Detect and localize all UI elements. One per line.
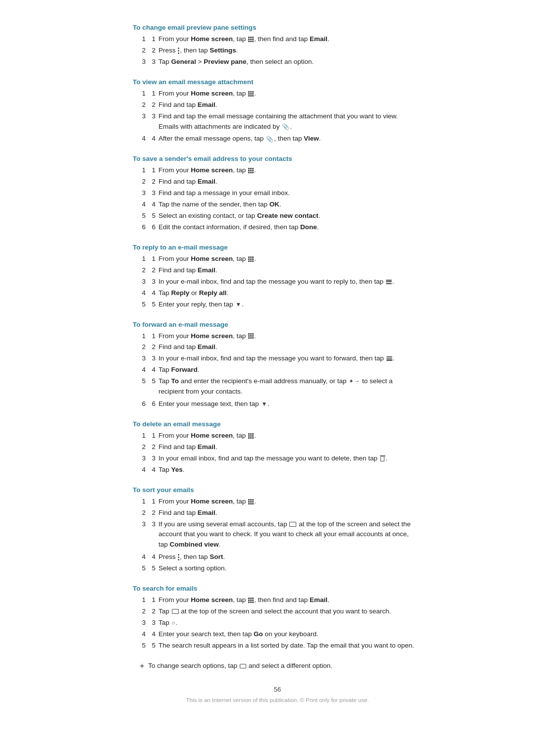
attach-icon: 📎 <box>282 122 289 132</box>
tip-text: To change search options, tap and select… <box>148 662 332 669</box>
page-number: 56 <box>139 686 416 693</box>
list-item-number: 4 <box>149 134 156 144</box>
section-title-reply-email: To reply to an e-mail message <box>133 244 416 251</box>
grid-icon <box>248 598 254 603</box>
section-forward-email: To forward an e-mail message1From your H… <box>139 321 416 409</box>
list-item-content: Tap the name of the sender, then tap OK. <box>159 200 416 210</box>
list-item: 2Find and tap Email. <box>139 342 416 353</box>
list-item: 3In your e-mail inbox, find and tap the … <box>139 353 416 364</box>
list-item-content: From your Home screen, tap . <box>159 165 416 176</box>
section-search-emails: To search for emails1From your Home scre… <box>139 585 416 651</box>
send-icon: ▼ <box>261 400 267 409</box>
list-item-number: 4 <box>149 629 156 640</box>
list-item-content: Enter your search text, then tap Go on y… <box>159 629 416 640</box>
attach-icon: 📎 <box>266 135 273 144</box>
list-item-content: Tap ○. <box>159 618 416 628</box>
list-item-content: Press , then tap Settings. <box>159 46 416 56</box>
lines-icon <box>386 280 392 284</box>
grid-icon <box>248 333 254 339</box>
list-item: 3Tap General > Preview pane, then select… <box>139 57 416 67</box>
list-item-number: 1 <box>149 431 156 441</box>
list-item-number: 3 <box>149 188 156 199</box>
list-item-number: 3 <box>149 454 156 464</box>
lines-icon <box>386 356 392 361</box>
send-icon: ▼ <box>235 300 241 309</box>
list-item: 2Press , then tap Settings. <box>139 46 416 56</box>
list-item: 4After the email message opens, tap 📎, t… <box>139 134 416 144</box>
list-item: 3If you are using several email accounts… <box>139 519 416 551</box>
list-item-content: Find and tap the email message containin… <box>159 111 416 132</box>
dots-icon <box>178 48 179 54</box>
envelope-icon <box>289 522 296 527</box>
list-item-content: Find and tap Email. <box>159 265 416 276</box>
list-item-content: From your Home screen, tap . <box>159 89 416 99</box>
list-item-number: 3 <box>149 277 156 287</box>
list-item: 3Find and tap a message in your email in… <box>139 188 416 199</box>
list-item-content: Find and tap Email. <box>159 177 416 187</box>
list-item-number: 2 <box>149 46 156 56</box>
list-item-number: 2 <box>149 442 156 453</box>
list-item: 3Find and tap the email message containi… <box>139 111 416 132</box>
list-item-number: 3 <box>149 519 156 551</box>
section-title-search-emails: To search for emails <box>133 585 416 592</box>
list-item-content: Tap Forward. <box>159 365 416 375</box>
list-item: 4Press , then tap Sort. <box>139 552 416 562</box>
list-item-number: 1 <box>149 331 156 342</box>
list-item: 2Find and tap Email. <box>139 100 416 110</box>
list-item-content: From your Home screen, tap . <box>159 254 416 264</box>
list-item-number: 5 <box>149 376 156 397</box>
grid-icon <box>248 91 254 97</box>
list-item: 3In your email inbox, find and tap the m… <box>139 454 416 464</box>
list-item-number: 6 <box>149 399 156 409</box>
list-item: 3Tap ○. <box>139 618 416 628</box>
list-item-number: 4 <box>149 200 156 210</box>
list-item-content: In your email inbox, find and tap the me… <box>159 454 416 464</box>
list-item: 2Find and tap Email. <box>139 442 416 453</box>
list-item: 1From your Home screen, tap . <box>139 89 416 99</box>
envelope-icon-tip <box>239 662 249 669</box>
list-item: 2Find and tap Email. <box>139 508 416 518</box>
list-item-content: Enter your reply, then tap ▼. <box>159 300 416 310</box>
list-item-content: Edit the contact information, if desired… <box>159 222 416 233</box>
list-item-number: 2 <box>149 265 156 276</box>
section-delete-email: To delete an email message1From your Hom… <box>139 420 416 475</box>
section-list-delete-email: 1From your Home screen, tap .2Find and t… <box>139 431 416 475</box>
list-item-content: Enter your message text, then tap ▼. <box>159 399 416 409</box>
section-title-forward-email: To forward an e-mail message <box>133 321 416 328</box>
list-item-content: In your e-mail inbox, find and tap the m… <box>159 277 416 287</box>
list-item: 6Enter your message text, then tap ▼. <box>139 399 416 409</box>
list-item-number: 1 <box>149 165 156 176</box>
list-item-number: 4 <box>149 288 156 299</box>
list-item-number: 5 <box>149 641 156 651</box>
list-item-number: 2 <box>149 342 156 353</box>
list-item-content: Find and tap a message in your email inb… <box>159 188 416 199</box>
list-item-content: Find and tap Email. <box>159 100 416 110</box>
list-item-content: Select an existing contact, or tap Creat… <box>159 211 416 221</box>
list-item-number: 2 <box>149 177 156 187</box>
page: To change email preview pane settings1Fr… <box>89 0 446 733</box>
list-item: 4Tap Reply or Reply all. <box>139 288 416 299</box>
list-item: 6Edit the contact information, if desire… <box>139 222 416 233</box>
list-item: 2Find and tap Email. <box>139 265 416 276</box>
grid-icon <box>248 37 254 42</box>
list-item: 5Select an existing contact, or tap Crea… <box>139 211 416 221</box>
section-title-save-sender: To save a sender's email address to your… <box>133 155 416 162</box>
list-item-number: 4 <box>149 552 156 562</box>
tip-icon: ✦ <box>139 661 145 671</box>
grid-icon <box>248 499 254 504</box>
section-change-preview: To change email preview pane settings1Fr… <box>139 24 416 67</box>
delete-icon <box>380 455 385 461</box>
list-item-number: 1 <box>149 254 156 264</box>
person-plus-icon: ✦→ <box>349 377 360 386</box>
list-item-number: 3 <box>149 111 156 132</box>
list-item-content: After the email message opens, tap 📎, th… <box>159 134 416 144</box>
section-title-delete-email: To delete an email message <box>133 420 416 428</box>
list-item-content: Select a sorting option. <box>159 563 416 574</box>
list-item-number: 4 <box>149 465 156 475</box>
list-item-number: 1 <box>149 595 156 605</box>
section-list-sort-emails: 1From your Home screen, tap .2Find and t… <box>139 497 416 574</box>
list-item: 5Select a sorting option. <box>139 563 416 574</box>
section-reply-email: To reply to an e-mail message1From your … <box>139 244 416 310</box>
list-item-content: From your Home screen, tap , then find a… <box>159 34 416 45</box>
list-item-content: From your Home screen, tap . <box>159 431 416 441</box>
